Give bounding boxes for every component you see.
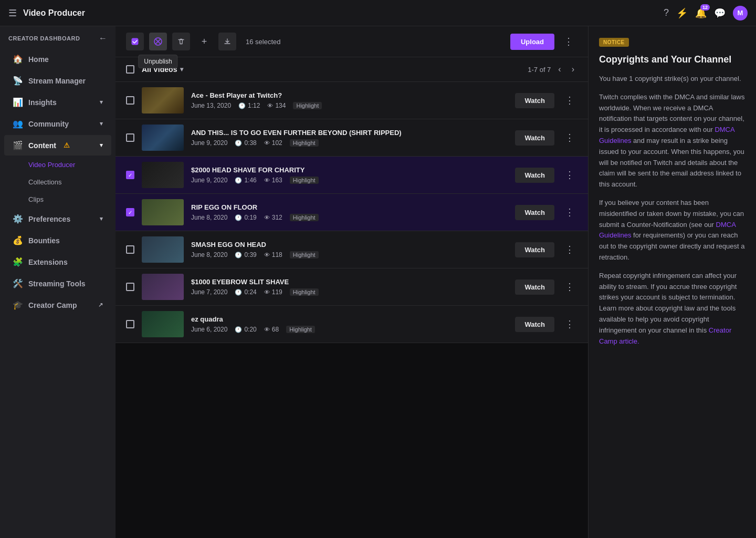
row-checkbox-5[interactable] [126, 245, 134, 254]
video-info-3: $2000 HEAD SHAVE FOR CHARITY June 9, 202… [191, 166, 508, 184]
video-title-6: $1000 EYEBROW SLIT SHAVE [191, 278, 508, 286]
row-more-button-5[interactable]: ⋮ [562, 242, 578, 257]
upload-button[interactable]: Upload [510, 34, 554, 50]
sidebar-item-content[interactable]: 🎬 Content ⚠ ▾ [4, 135, 111, 156]
sidebar-item-streaming-tools[interactable]: 🛠️ Streaming Tools [4, 273, 111, 294]
bounties-icon: 💰 [13, 235, 23, 245]
views-icon-7: 👁 [264, 326, 270, 333]
creator-dashboard-label: CREATOR DASHBOARD [8, 35, 80, 42]
sidebar-item-home[interactable]: 🏠 Home [4, 49, 111, 69]
video-type-badge-2: Highlight [290, 139, 319, 147]
row-more-button-4[interactable]: ⋮ [562, 204, 578, 220]
row-more-button-1[interactable]: ⋮ [562, 92, 578, 108]
notifications-icon[interactable]: 🔔 12 [695, 7, 707, 19]
row-checkbox-1[interactable] [126, 96, 134, 105]
sidebar-subitem-video-producer[interactable]: Video Producer [4, 157, 111, 173]
video-duration-4: 🕐 0:19 [235, 214, 256, 221]
hamburger-icon[interactable]: ☰ [8, 7, 17, 19]
stream-manager-icon: 📡 [13, 76, 23, 86]
avatar[interactable]: M [733, 6, 748, 20]
select-all-checkbox[interactable] [126, 65, 134, 74]
sidebar-item-insights-label: Insights [28, 98, 57, 107]
community-icon: 👥 [13, 119, 23, 129]
help-icon[interactable]: ? [664, 7, 669, 18]
row-more-button-3[interactable]: ⋮ [562, 167, 578, 183]
toolbar-more-button[interactable]: ⋮ [560, 34, 578, 49]
video-title-7: ez quadra [191, 315, 508, 323]
row-checkbox-4[interactable] [126, 208, 134, 216]
add-button[interactable]: + [195, 33, 213, 50]
sidebar-item-community-label: Community [28, 120, 69, 128]
sidebar-item-extensions-label: Extensions [28, 258, 68, 266]
video-views-3: 👁 163 [264, 177, 282, 184]
sidebar-item-bounties-label: Bounties [28, 236, 60, 245]
row-more-button-7[interactable]: ⋮ [562, 316, 578, 332]
sidebar-subitem-clips[interactable]: Clips [4, 191, 111, 208]
video-list: Ace - Best Player at Twitch? June 13, 20… [116, 82, 588, 538]
watch-button-5[interactable]: Watch [515, 242, 554, 257]
row-checkbox-2[interactable] [126, 133, 134, 142]
video-date-2: June 9, 2020 [191, 139, 227, 147]
video-date-4: June 8, 2020 [191, 214, 227, 221]
watch-button-1[interactable]: Watch [515, 93, 554, 108]
notice-para-3: If you believe your content has been mis… [599, 198, 746, 263]
creator-camp-link[interactable]: Creator Camp article. [599, 326, 731, 345]
video-views-1: 👁 134 [267, 102, 286, 109]
clock-icon-5: 🕐 [235, 252, 242, 258]
community-chevron-icon: ▾ [100, 120, 103, 127]
body-wrap: CREATOR DASHBOARD ← 🏠 Home 📡 Stream Mana… [0, 26, 756, 538]
video-meta-1: June 13, 2020 🕐 1:12 👁 134 Highlight [191, 102, 508, 109]
video-date-1: June 13, 2020 [191, 102, 231, 109]
sidebar-subitem-collections[interactable]: Collections [4, 174, 111, 190]
creator-dashboard-header: CREATOR DASHBOARD ← [0, 26, 116, 48]
dmca-guidelines-link-2[interactable]: DMCA Guidelines [599, 221, 736, 240]
watch-button-4[interactable]: Watch [515, 205, 554, 220]
watch-button-2[interactable]: Watch [515, 130, 554, 146]
clock-icon-3: 🕐 [235, 177, 242, 184]
views-icon-4: 👁 [264, 214, 270, 221]
selected-count: 16 selected [246, 38, 281, 46]
sidebar-item-insights[interactable]: 📊 Insights ▾ [4, 92, 111, 112]
row-checkbox-3[interactable] [126, 171, 134, 179]
video-type-badge-6: Highlight [290, 288, 319, 296]
video-views-4: 👁 312 [264, 214, 282, 221]
sidebar-item-community[interactable]: 👥 Community ▾ [4, 113, 111, 134]
delete-button[interactable] [172, 33, 190, 50]
watch-button-7[interactable]: Watch [515, 317, 554, 332]
top-nav-left: ☰ Video Producer [8, 7, 657, 19]
sidebar-item-preferences[interactable]: ⚙️ Preferences ▾ [4, 209, 111, 229]
row-checkbox-7[interactable] [126, 320, 134, 328]
video-views-5: 👁 118 [264, 251, 282, 258]
insights-chevron-icon: ▾ [100, 99, 103, 106]
video-type-badge-5: Highlight [290, 251, 319, 258]
video-date-6: June 7, 2020 [191, 288, 227, 296]
download-button[interactable] [218, 33, 236, 50]
row-checkbox-6[interactable] [126, 283, 134, 291]
sidebar-item-extensions[interactable]: 🧩 Extensions [4, 252, 111, 272]
row-more-button-2[interactable]: ⋮ [562, 130, 578, 146]
content-icon: 🎬 [13, 140, 23, 150]
dmca-guidelines-link-1[interactable]: DMCA Guidelines [599, 126, 734, 144]
app-title: Video Producer [23, 8, 85, 18]
all-videos-chevron-icon: ▾ [180, 66, 183, 73]
sidebar-item-bounties[interactable]: 💰 Bounties [4, 230, 111, 251]
video-views-2: 👁 102 [264, 139, 282, 147]
pagination-prev-button[interactable]: ‹ [555, 64, 564, 75]
hype-icon[interactable]: ⚡ [676, 7, 688, 19]
back-icon[interactable]: ← [99, 34, 107, 43]
content-chevron-icon: ▾ [100, 142, 103, 149]
video-info-5: SMASH EGG ON HEAD June 8, 2020 🕐 0:39 👁 … [191, 241, 508, 258]
watch-button-6[interactable]: Watch [515, 280, 554, 295]
pagination-next-button[interactable]: › [569, 64, 578, 75]
unpublish-button[interactable] [149, 33, 167, 50]
select-all-button[interactable] [126, 33, 144, 50]
chat-icon[interactable]: 💬 [714, 7, 726, 19]
sidebar-item-stream-manager[interactable]: 📡 Stream Manager [4, 70, 111, 91]
video-thumbnail-6 [142, 274, 184, 300]
video-duration-7: 🕐 0:20 [235, 326, 256, 333]
row-more-button-6[interactable]: ⋮ [562, 279, 578, 295]
sidebar-item-creator-camp[interactable]: 🎓 Creator Camp ↗ [4, 295, 111, 315]
insights-icon: 📊 [13, 97, 23, 107]
video-duration-2: 🕐 0:38 [235, 139, 256, 147]
watch-button-3[interactable]: Watch [515, 168, 554, 183]
